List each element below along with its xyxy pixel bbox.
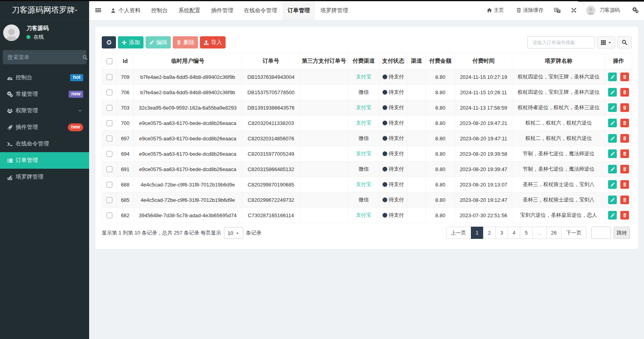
delete-row-button[interactable] [620,103,629,112]
row-checkbox[interactable] [106,182,112,188]
cell-id: 688 [117,177,134,192]
select-all-checkbox[interactable] [106,58,112,64]
cell-pay-channel[interactable]: 支付宝 [348,208,379,223]
refresh-button[interactable] [102,36,116,48]
row-checkbox[interactable] [106,151,112,157]
delete-row-button[interactable] [620,211,629,220]
row-checkbox[interactable] [106,136,112,142]
row-checkbox[interactable] [106,212,112,218]
page-button-5[interactable]: 5 [520,227,532,239]
sidebar-search-input[interactable] [3,54,82,60]
import-button[interactable]: 导入 [200,36,226,48]
delete-button[interactable]: 删除 [173,36,198,48]
sidebar-item-6[interactable]: 订单管理 [0,152,89,169]
prev-page-button[interactable]: 上一页 [446,227,471,239]
language-link[interactable] [554,7,561,13]
page-button-3[interactable]: 3 [495,227,508,239]
edit-row-button[interactable] [608,196,617,204]
fullscreen-link[interactable] [571,7,577,13]
edit-row-button[interactable] [608,103,617,112]
delete-row-button[interactable] [620,88,629,97]
status-dot-icon [383,90,387,95]
delete-row-button[interactable] [620,149,629,158]
pay-channel-label[interactable]: 支付宝 [356,74,371,80]
tab-1[interactable]: 个人资料 [105,1,146,20]
delete-row-button[interactable] [620,180,629,189]
pay-channel-label[interactable]: 支付宝 [356,151,371,156]
edit-row-button[interactable] [608,88,617,97]
cell-pay-channel[interactable]: 支付宝 [348,69,379,85]
tab-3[interactable]: 系统配置 [173,1,206,20]
column-header-1[interactable] [102,53,117,69]
user-menu[interactable]: 刀客源码 [586,6,620,15]
sidebar-item-7[interactable]: 塔罗牌管理 [0,169,89,185]
cell-pay-channel[interactable]: 支付宝 [348,177,379,192]
column-header-9: 付费金额 [426,53,455,69]
search-icon[interactable] [82,54,88,60]
sidebar-item-4[interactable]: 插件管理new [0,119,89,136]
tab-6[interactable]: 订单管理 [282,1,315,20]
next-page-button[interactable]: 下一页 [561,227,586,239]
row-checkbox[interactable] [106,74,112,80]
edit-row-button[interactable] [608,119,617,127]
cell-pay-channel[interactable]: 支付宝 [348,100,379,115]
edit-button[interactable]: 编辑 [146,36,171,48]
tab-label: 控制台 [151,7,168,14]
pay-channel-label: 微信 [358,166,369,172]
search-button[interactable] [617,36,632,48]
row-checkbox[interactable] [106,166,112,172]
tab-7[interactable]: 塔罗牌管理 [315,1,353,20]
page-jump-input[interactable] [591,227,611,239]
content-panel: 添加 编辑 删除 导入 [95,27,638,249]
edit-row-button[interactable] [608,180,617,189]
page-button-26[interactable]: 26 [546,227,562,239]
edit-row-button[interactable] [608,73,617,81]
page-jump-button[interactable]: 跳转 [614,227,630,239]
sidebar-item-3[interactable]: 权限管理 [0,102,89,119]
edit-row-button[interactable] [608,211,617,220]
page-button-4[interactable]: 4 [508,227,520,239]
delete-row-button[interactable] [620,196,629,204]
terminal-icon [7,141,13,147]
menu-toggle-icon[interactable] [95,7,101,13]
cell-pay-status: 待支付 [379,192,407,208]
edit-row-button[interactable] [608,149,617,158]
sidebar-item-2[interactable]: 常规管理new [0,86,89,102]
delete-row-button[interactable] [620,119,629,127]
add-button[interactable]: 添加 [118,36,144,48]
page-button-...[interactable]: ... [532,227,547,239]
cell-pay-channel[interactable]: 支付宝 [348,146,379,162]
edit-row-button[interactable] [608,165,617,173]
row-checkbox[interactable] [106,197,112,203]
sidebar-item-1[interactable]: 控制台hot [0,69,89,86]
pay-channel-label[interactable]: 支付宝 [356,181,371,187]
clear-cache-link[interactable]: 清除缓存 [516,7,543,14]
delete-row-button[interactable] [620,73,629,81]
cell-pay-channel[interactable]: 支付宝 [348,115,379,131]
delete-row-button[interactable] [620,134,629,143]
sidebar-item-5[interactable]: 在线命令管理 [0,136,89,152]
row-checkbox[interactable] [106,89,112,95]
settings-link[interactable] [632,7,639,13]
cell-tarot-names: 权杖四逆位，宝剑王牌，圣杯六逆位 [512,69,605,85]
order-search-input[interactable] [527,36,595,48]
pay-channel-label[interactable]: 支付宝 [356,104,371,110]
edit-row-button[interactable] [608,134,617,143]
columns-dropdown-button[interactable] [597,36,615,48]
tab-5[interactable]: 在线命令管理 [239,1,282,20]
pay-channel-label[interactable]: 支付宝 [356,120,371,126]
tab-2[interactable]: 控制台 [146,1,173,20]
pay-status-label: 待支付 [389,119,404,127]
cell-channel [407,115,426,131]
delete-row-button[interactable] [620,165,629,173]
page-button-1[interactable]: 1 [471,227,483,239]
pay-channel-label[interactable]: 支付宝 [356,212,371,218]
badge-new: new [69,91,83,98]
home-link[interactable]: 主页 [487,7,504,14]
page-size-dropdown[interactable]: 10 [224,227,243,239]
row-checkbox[interactable] [106,105,112,111]
page-button-2[interactable]: 2 [483,227,496,239]
tab-4[interactable]: 插件管理 [206,1,239,20]
cell-pay-time: 2024-11-15 10:27:19 [455,69,512,85]
row-checkbox[interactable] [106,120,112,126]
